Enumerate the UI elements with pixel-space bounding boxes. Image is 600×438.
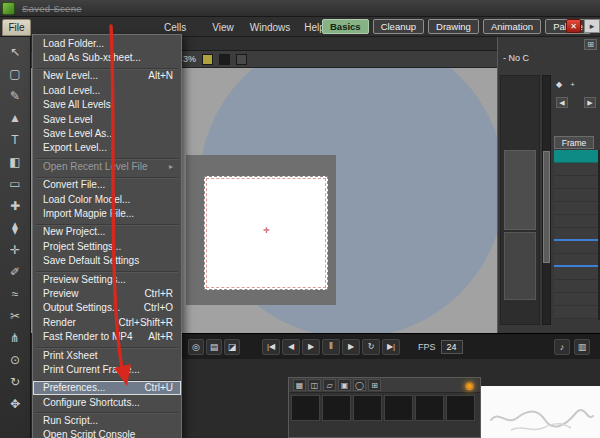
room-tab[interactable]: Cleanup [373,19,424,34]
file-menu-item[interactable]: Save All Levels [33,98,181,112]
sound-button[interactable]: ♪ [554,339,570,355]
xsheet-row[interactable] [554,228,598,241]
first-frame-button[interactable]: |◀ [262,339,280,355]
histogram-button[interactable]: ▥ [574,339,590,355]
file-menu-item[interactable]: Preferences... Ctrl+U [33,381,181,395]
xsheet-row[interactable] [554,306,598,319]
file-menu-item[interactable]: Project Settings... [33,239,181,253]
cutter-tool[interactable]: ✂ [3,305,27,327]
xsheet-row[interactable] [554,202,598,215]
room-tab[interactable]: Basics [322,19,369,34]
cell-block[interactable] [504,150,536,230]
xsheet-row[interactable] [554,267,598,280]
scroll-tabs-icon[interactable]: ▸ [584,19,600,33]
preview-power-icon[interactable]: ◉ [463,379,476,391]
cell-block[interactable] [504,232,536,300]
brush-tool[interactable]: ✎ [3,85,27,107]
xsheet-row[interactable] [554,293,598,306]
play-button[interactable]: ▶ [302,339,320,355]
loop-button[interactable]: ↻ [362,339,380,355]
compare-snapshot-button[interactable]: ▤ [206,339,222,355]
prev-frame-button[interactable]: ◀ [282,339,300,355]
menubar-item[interactable]: Cells [158,22,192,33]
prev-key-icon[interactable]: ◀ [556,97,568,108]
rotate-tool[interactable]: ↻ [3,371,27,393]
file-menu-item[interactable]: Save Level [33,112,181,126]
geometric-tool[interactable]: ▲ [3,107,27,129]
file-menu-item[interactable]: Open Script Console [33,428,181,438]
pause-button[interactable]: Ⅱ [322,339,340,355]
file-menu-item[interactable]: Load Color Model... [33,192,181,206]
filmstrip-cell[interactable] [322,395,351,421]
file-menu-item[interactable]: Configure Shortcuts... [33,395,181,409]
file-menu-item[interactable]: Export Level... [33,141,181,155]
eraser-tool[interactable]: ▭ [3,173,27,195]
file-menu-item[interactable]: Load Folder... [33,36,181,50]
room-tab[interactable]: Animation [483,19,541,34]
file-menu-item[interactable]: Output Settings... Ctrl+O [33,301,181,315]
file-menu-item[interactable]: Import Magpie File... [33,206,181,220]
file-menu-item[interactable]: Open Recent Level File ▸ [33,159,181,173]
next-key-icon[interactable]: ▶ [584,97,596,108]
xsheet-row[interactable] [554,163,598,176]
filmstrip-cell[interactable] [291,395,320,421]
style-picker-tool[interactable]: ⧫ [3,217,27,239]
menubar-item[interactable]: View [206,22,240,33]
rgb-picker-tool[interactable]: ✛ [3,239,27,261]
file-menu-item[interactable]: Run Script... [33,413,181,427]
file-menu-item[interactable]: New Project... [33,225,181,239]
xsheet-scrollbar[interactable] [542,75,551,325]
xsheet-row[interactable] [554,176,598,189]
file-menu-item[interactable]: Preview Settings... [33,272,181,286]
filmstrip-cell[interactable] [415,395,444,421]
camera-view-button[interactable]: ◫ [308,379,321,391]
field-guide-button[interactable] [219,54,230,65]
filmstrip-cell[interactable] [353,395,382,421]
file-menu-item[interactable]: Save Level As... [33,126,181,140]
zoom-tool[interactable]: ⊙ [3,349,27,371]
file-menu-item[interactable]: Load Level... [33,83,181,97]
file-menu-item[interactable]: Save Default Settings [33,253,181,267]
file-menu-item[interactable]: Convert File... [33,178,181,192]
menubar-item[interactable]: Windows [244,22,297,33]
pinch-tool[interactable]: ≈ [3,283,27,305]
filmstrip-cell[interactable] [384,395,413,421]
last-frame-button[interactable]: ▶| [382,339,400,355]
xsheet-row[interactable] [554,280,598,293]
file-menu-item[interactable]: Preview Ctrl+R [33,286,181,300]
xsheet-row[interactable] [554,241,598,254]
snapshot-button[interactable]: ◎ [188,339,204,355]
grid-button[interactable]: ⊞ [368,379,381,391]
file-menu-item[interactable]: Render Ctrl+Shift+R [33,315,181,329]
file-menu-item[interactable]: Print Xsheet [33,348,181,362]
panel-menu-icon[interactable]: ⊞ [584,39,597,50]
skeleton-tool[interactable]: ⋔ [3,327,27,349]
selection-tool[interactable]: ▢ [3,63,27,85]
room-tab[interactable]: Drawing [428,19,479,34]
fill-tool[interactable]: ◧ [3,151,27,173]
file-menu-item[interactable]: Fast Render to MP4 Alt+R [33,329,181,343]
filmstrip-cell[interactable] [446,395,475,421]
xsheet-row[interactable] [554,150,598,163]
xsheet-cell-column[interactable] [500,75,540,325]
onion-skin-button[interactable]: ◯ [353,379,366,391]
control-point-editor-tool[interactable]: ✐ [3,261,27,283]
tape-tool[interactable]: ✚ [3,195,27,217]
file-menu-item[interactable]: Load As Sub-xsheet... [33,50,181,64]
close-room-icon[interactable]: ✕ [566,19,581,33]
scrollbar-thumb[interactable] [543,151,550,263]
3d-view-button[interactable]: ▱ [323,379,336,391]
key-icon[interactable]: ◆ [556,80,562,89]
next-frame-button[interactable]: ▶ [342,339,360,355]
type-tool[interactable]: T [3,129,27,151]
fps-field[interactable]: 24 [441,340,463,354]
animate-tool[interactable]: ↖ [3,41,27,63]
menu-file[interactable]: File [2,19,31,36]
camera-view-button[interactable] [236,54,247,65]
file-menu-item[interactable]: Print Current Frame... [33,362,181,376]
file-menu-item[interactable]: New Level... Alt+N [33,69,181,83]
table-view-button[interactable]: ▦ [293,379,306,391]
hand-tool[interactable]: ✥ [3,393,27,415]
guide-button[interactable]: ▣ [338,379,351,391]
xsheet-row[interactable] [554,215,598,228]
